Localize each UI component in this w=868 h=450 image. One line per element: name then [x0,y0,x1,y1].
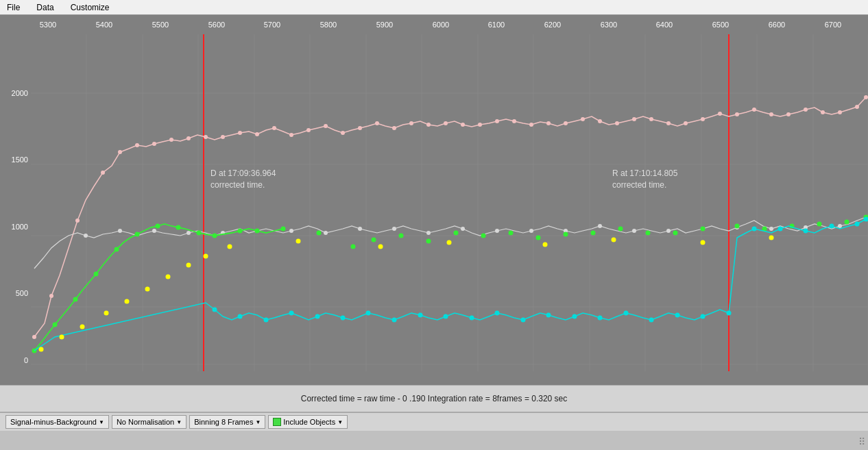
svg-point-38 [306,128,311,132]
svg-point-44 [409,121,413,125]
include-objects-arrow: ▼ [337,419,343,425]
svg-point-72 [84,234,88,238]
svg-text:6700: 6700 [825,21,841,29]
svg-point-52 [546,121,551,125]
svg-point-169 [447,240,452,245]
svg-point-67 [804,108,808,112]
svg-text:6000: 6000 [433,21,449,29]
svg-text:5700: 5700 [264,21,280,29]
svg-text:D at 17:09:36.964: D at 17:09:36.964 [210,168,276,178]
binning-button[interactable]: Binning 8 Frames ▼ [189,415,265,429]
svg-point-64 [752,108,756,112]
svg-text:R at 17:10:14.805: R at 17:10:14.805 [612,168,678,178]
svg-point-121 [646,231,651,236]
svg-point-168 [378,245,383,249]
svg-point-173 [769,236,774,240]
svg-point-85 [529,229,533,233]
svg-point-117 [536,236,541,240]
svg-point-164 [186,263,191,268]
svg-point-92 [769,227,773,231]
svg-point-84 [495,229,499,233]
menu-data[interactable]: Data [32,1,58,14]
svg-point-33 [221,135,225,139]
svg-point-167 [296,239,301,244]
svg-text:6100: 6100 [488,21,505,29]
svg-point-82 [426,231,431,235]
svg-point-166 [228,245,232,249]
svg-point-45 [426,123,431,127]
svg-point-154 [830,224,834,229]
no-normalisation-button[interactable]: No Normalisation ▼ [112,415,186,429]
svg-text:5600: 5600 [208,21,225,29]
svg-point-98 [73,297,78,302]
svg-point-119 [591,231,596,236]
footer-text: Corrected time = raw time - 0 .190 Integ… [301,394,568,403]
svg-point-132 [264,318,269,323]
svg-point-54 [581,117,585,121]
menu-customize[interactable]: Customize [67,1,114,14]
include-objects-button[interactable]: Include Objects ▼ [268,415,348,429]
svg-point-104 [197,231,202,236]
svg-point-110 [351,245,356,249]
svg-point-160 [104,311,109,316]
svg-point-133 [289,311,294,316]
svg-point-141 [495,311,500,316]
svg-point-130 [213,308,217,312]
svg-point-149 [701,314,706,319]
svg-point-102 [156,224,160,229]
chart-svg: D at 17:09:36.964 corrected time. R at 1… [31,15,868,371]
svg-point-111 [372,238,376,242]
chart-container: + − 2500 2000 1500 1000 500 0 [0,15,868,385]
svg-point-63 [735,112,739,116]
svg-point-79 [324,231,328,235]
svg-point-28 [135,143,139,147]
svg-point-143 [546,313,551,318]
svg-text:6500: 6500 [712,21,729,29]
svg-point-26 [101,171,105,175]
svg-point-153 [804,229,808,234]
svg-point-171 [612,238,616,242]
svg-point-30 [169,138,173,142]
y-axis: 2500 2000 1500 1000 500 0 [0,15,31,371]
svg-point-62 [718,112,722,116]
svg-point-142 [521,318,526,323]
menu-file[interactable]: File [3,1,24,14]
svg-point-172 [701,240,706,245]
svg-point-43 [392,126,396,130]
svg-point-25 [75,218,80,223]
svg-point-139 [444,314,448,319]
svg-point-159 [80,325,85,329]
svg-point-112 [399,234,404,238]
svg-point-57 [632,117,636,121]
y-label-1500: 1500 [0,155,31,164]
svg-text:5500: 5500 [152,21,169,29]
svg-point-105 [213,234,217,238]
binning-label: Binning 8 Frames [194,418,253,426]
svg-point-99 [94,272,99,277]
no-normalisation-arrow: ▼ [176,419,182,425]
svg-point-116 [509,231,514,236]
svg-point-89 [666,229,671,233]
svg-point-36 [272,126,276,130]
signal-minus-bg-label: Signal-minus-Background [10,418,97,426]
svg-point-73 [118,229,122,233]
svg-point-88 [632,229,636,233]
signal-minus-bg-button[interactable]: Signal-minus-Background ▼ [5,415,109,429]
svg-point-50 [512,119,516,123]
svg-point-150 [727,311,732,316]
svg-point-136 [366,311,371,316]
svg-point-37 [289,133,293,137]
svg-point-71 [864,95,868,99]
svg-point-94 [838,224,842,228]
svg-text:6600: 6600 [769,21,785,29]
svg-text:6300: 6300 [601,21,617,29]
svg-point-40 [341,131,345,135]
svg-point-155 [855,222,860,227]
svg-text:6400: 6400 [656,21,673,29]
svg-point-58 [649,117,653,121]
svg-point-157 [39,347,44,352]
svg-point-165 [204,254,208,259]
svg-point-60 [684,121,688,125]
svg-point-81 [392,227,396,231]
svg-point-42 [375,121,379,125]
